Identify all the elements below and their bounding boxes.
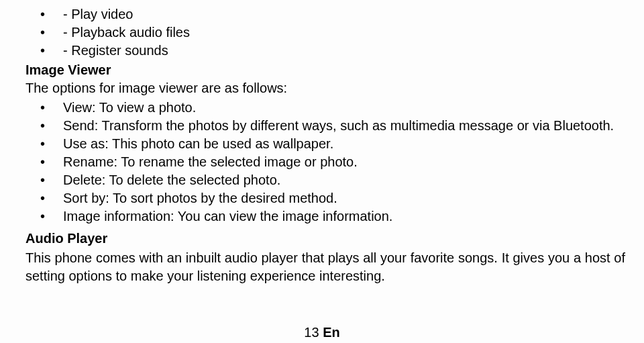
list-item-text: Image information: You can view the imag… [63, 207, 625, 226]
list-item-text: Delete: To delete the selected photo. [63, 171, 625, 189]
bullet: • [40, 153, 63, 171]
list-item-text: Sort by: To sort photos by the desired m… [63, 189, 625, 207]
bullet: • [40, 5, 63, 23]
list-item: • Delete: To delete the selected photo. [40, 171, 625, 189]
bullet: • [40, 207, 63, 226]
page-number: 13 [304, 325, 319, 340]
bullet: • [40, 171, 63, 189]
list-item: • Image information: You can view the im… [40, 207, 625, 226]
list-item-text: - Playback audio files [63, 23, 625, 42]
list-item: • View: To view a photo. [40, 99, 625, 117]
list-item-text: - Play video [63, 5, 625, 23]
list-item: • Send: Transform the photos by differen… [40, 117, 625, 135]
list-item-text: - Register sounds [63, 42, 625, 60]
bullet: • [40, 23, 63, 42]
list-item: • Rename: To rename the selected image o… [40, 153, 625, 171]
page-footer: 13 En En [0, 324, 644, 342]
bullet: • [40, 189, 63, 207]
audio-player-paragraph: This phone comes with an inbuilt audio p… [25, 249, 625, 285]
list-item: • - Playback audio files [40, 23, 625, 42]
list-item-text: Send: Transform the photos by different … [63, 117, 625, 135]
list-item: • - Play video [40, 5, 625, 23]
audio-player-heading: Audio Player [25, 230, 625, 248]
list-item: • Sort by: To sort photos by the desired… [40, 189, 625, 207]
lang-label-text: En [323, 325, 340, 340]
bullet: • [40, 42, 63, 60]
image-viewer-heading: Image Viewer [25, 61, 625, 79]
list-item: • - Register sounds [40, 42, 625, 60]
list-item-text: Rename: To rename the selected image or … [63, 153, 625, 171]
list-item-text: View: To view a photo. [63, 99, 625, 117]
list-item: • Use as: This photo can be used as wall… [40, 135, 625, 153]
bullet: • [40, 99, 63, 117]
lang-label: En En [323, 325, 340, 340]
bullet: • [40, 117, 63, 135]
image-viewer-intro: The options for image viewer are as foll… [25, 79, 625, 97]
bullet: • [40, 135, 63, 153]
list-item-text: Use as: This photo can be used as wallpa… [63, 135, 625, 153]
